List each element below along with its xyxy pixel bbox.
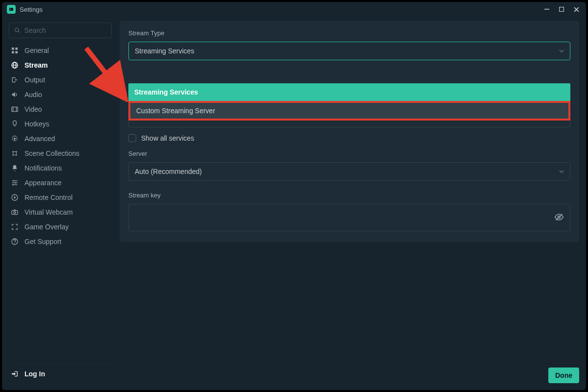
chevron-down-icon <box>559 49 564 53</box>
settings-window: Settings <box>2 2 586 390</box>
svg-marker-28 <box>14 196 16 198</box>
stream-key-input[interactable] <box>135 214 554 221</box>
sliders-icon <box>11 179 19 187</box>
svg-rect-3 <box>560 7 564 12</box>
close-button[interactable] <box>569 4 583 15</box>
sidebar-item-video[interactable]: Video <box>9 102 112 117</box>
nav-label: Game Overlay <box>24 223 69 231</box>
nav-label: Stream <box>24 61 48 69</box>
sidebar-item-hotkeys[interactable]: Hotkeys <box>9 117 112 131</box>
nav-label: Scene Collections <box>24 149 79 157</box>
sidebar-item-scene-collections[interactable]: Scene Collections <box>9 146 112 161</box>
svg-rect-6 <box>12 48 14 50</box>
search-box[interactable] <box>9 23 112 38</box>
show-all-label: Show all services <box>141 134 194 142</box>
sidebar-item-get-support[interactable]: Get Support <box>9 234 112 249</box>
server-value: Auto (Recommended) <box>135 168 559 175</box>
sidebar-item-advanced[interactable]: Advanced <box>9 131 112 146</box>
svg-point-16 <box>14 138 16 140</box>
stream-key-label: Stream key <box>128 192 570 199</box>
window-controls <box>540 4 583 15</box>
svg-point-26 <box>12 184 14 186</box>
scenes-icon <box>11 149 19 157</box>
svg-point-22 <box>13 180 15 182</box>
app-icon <box>7 5 16 14</box>
server-label: Server <box>128 150 570 157</box>
svg-rect-29 <box>12 211 18 215</box>
nav-label: Remote Control <box>24 194 73 201</box>
svg-rect-9 <box>15 51 18 53</box>
globe-icon <box>11 61 19 69</box>
output-icon <box>11 76 19 84</box>
stream-type-select[interactable]: Streaming Services <box>128 42 570 60</box>
stream-key-input-wrap <box>128 204 570 231</box>
bell-icon <box>11 164 19 172</box>
gear-icon <box>11 135 19 143</box>
svg-point-1 <box>10 9 11 10</box>
sidebar-item-stream[interactable]: Stream <box>9 58 112 73</box>
done-button[interactable]: Done <box>548 368 579 383</box>
sidebar-item-game-overlay[interactable]: Game Overlay <box>9 220 112 234</box>
server-select[interactable]: Auto (Recommended) <box>128 162 570 181</box>
search-icon <box>14 27 20 34</box>
svg-rect-31 <box>14 210 16 211</box>
eye-off-icon <box>554 212 564 222</box>
stream-type-value: Streaming Services <box>135 47 559 55</box>
login-button[interactable]: Log In <box>9 364 112 383</box>
svg-rect-0 <box>9 8 13 11</box>
speaker-icon <box>11 91 19 98</box>
camera-icon <box>11 208 19 216</box>
footer: Done <box>120 362 579 383</box>
film-icon <box>11 105 19 113</box>
svg-rect-8 <box>12 51 14 53</box>
login-label: Log In <box>24 370 45 378</box>
minimize-button[interactable] <box>540 4 554 15</box>
svg-point-30 <box>14 212 16 214</box>
help-icon <box>11 238 19 245</box>
checkbox-icon <box>128 134 136 142</box>
nav-label: Appearance <box>24 179 62 187</box>
nav-list: General Stream Output Audio Video <box>9 43 112 249</box>
sidebar-item-notifications[interactable]: Notifications <box>9 161 112 175</box>
nav-label: Advanced <box>24 135 55 143</box>
sidebar-item-output[interactable]: Output <box>9 73 112 87</box>
play-circle-icon <box>11 194 19 201</box>
nav-label: Notifications <box>24 164 62 172</box>
expand-icon <box>11 223 19 231</box>
sidebar: General Stream Output Audio Video <box>9 21 112 383</box>
nav-label: Hotkeys <box>24 120 49 128</box>
sidebar-item-remote-control[interactable]: Remote Control <box>9 190 112 205</box>
titlebar: Settings <box>2 2 586 17</box>
sidebar-item-general[interactable]: General <box>9 43 112 58</box>
nav-label: Video <box>24 105 42 113</box>
grid-icon <box>11 47 19 54</box>
stream-type-dropdown: Streaming Services Custom Streaming Serv… <box>128 83 570 121</box>
search-input[interactable] <box>24 26 106 34</box>
svg-point-24 <box>15 182 17 184</box>
main-panel: Stream Type Streaming Services Streaming… <box>120 21 579 383</box>
nav-label: Audio <box>24 91 42 98</box>
svg-rect-2 <box>544 9 549 10</box>
sidebar-item-virtual-webcam[interactable]: Virtual Webcam <box>9 205 112 220</box>
nav-label: Virtual Webcam <box>24 208 73 216</box>
svg-rect-7 <box>15 48 18 50</box>
dropdown-option-custom-streaming-server[interactable]: Custom Streaming Server <box>128 101 570 121</box>
stream-type-label: Stream Type <box>128 29 570 37</box>
login-icon <box>11 370 19 378</box>
sidebar-item-appearance[interactable]: Appearance <box>9 175 112 190</box>
maximize-button[interactable] <box>555 4 568 15</box>
svg-rect-13 <box>12 107 18 111</box>
nav-label: General <box>24 47 49 54</box>
chevron-down-icon <box>559 169 564 174</box>
sidebar-item-audio[interactable]: Audio <box>9 87 112 102</box>
nav-label: Get Support <box>24 238 62 245</box>
svg-point-33 <box>14 243 15 244</box>
window-title: Settings <box>20 6 540 13</box>
settings-card: Stream Type Streaming Services Streaming… <box>120 21 579 242</box>
toggle-visibility-button[interactable] <box>554 212 564 223</box>
keyboard-icon <box>11 120 19 128</box>
nav-label: Output <box>24 76 45 84</box>
show-all-services-checkbox[interactable]: Show all services <box>128 134 570 142</box>
dropdown-option-streaming-services[interactable]: Streaming Services <box>128 83 570 101</box>
